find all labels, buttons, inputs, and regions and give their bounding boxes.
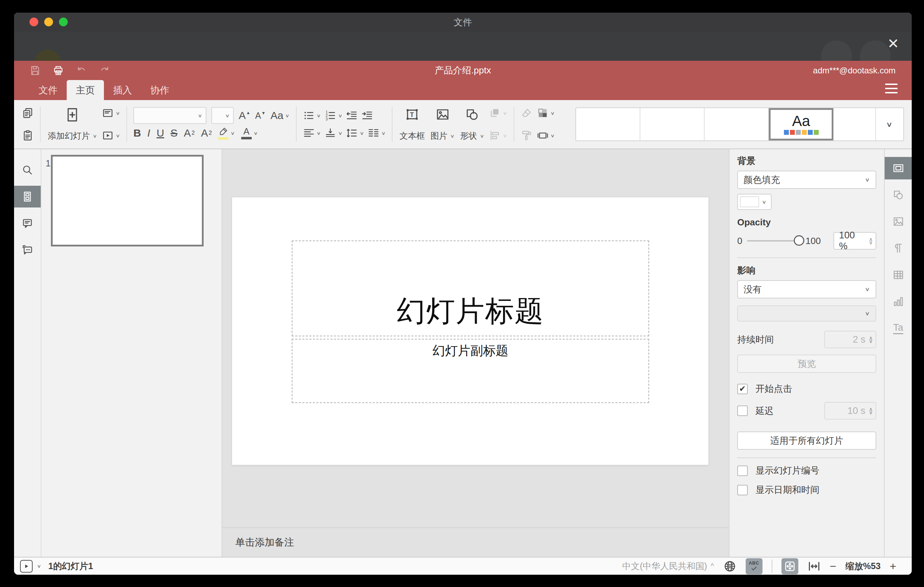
theme-option[interactable] bbox=[640, 108, 705, 140]
tab-collaboration[interactable]: 协作 bbox=[141, 80, 178, 100]
font-color-button[interactable]: A ∨ bbox=[241, 127, 258, 139]
text-box-button[interactable]: T 文本框 bbox=[399, 106, 426, 143]
increase-indent-button[interactable] bbox=[361, 110, 373, 122]
tab-home[interactable]: 主页 bbox=[67, 80, 104, 100]
tab-insert[interactable]: 插入 bbox=[104, 80, 141, 100]
fit-to-slide-button[interactable] bbox=[782, 558, 798, 574]
slide-subtitle-placeholder[interactable]: 幻灯片副标题 bbox=[292, 339, 649, 403]
color-scheme-button[interactable]: ∨ bbox=[537, 107, 555, 119]
start-on-click-checkbox[interactable]: ✔ bbox=[737, 384, 748, 394]
decrease-font-button[interactable]: A▼ bbox=[255, 111, 266, 120]
preview-button[interactable]: 预览 bbox=[737, 355, 876, 373]
chevron-down-icon[interactable]: ∨ bbox=[37, 564, 41, 569]
theme-option[interactable] bbox=[705, 108, 769, 140]
subscript-button[interactable]: A2 bbox=[201, 128, 212, 139]
panel-item-textart-settings[interactable]: Ta bbox=[885, 317, 912, 340]
document-language-button[interactable] bbox=[723, 560, 736, 573]
panel-item-shape-settings[interactable] bbox=[885, 184, 912, 206]
opacity-slider-knob[interactable] bbox=[794, 235, 804, 246]
language-selector[interactable]: 中文(中华人民共和国) ^ bbox=[622, 560, 714, 572]
opacity-spinner[interactable]: 100 % ∧∨ bbox=[833, 232, 876, 250]
panel-item-paragraph-settings[interactable] bbox=[885, 237, 912, 259]
slide-canvas[interactable]: 幻灯片标题 幻灯片副标题 bbox=[232, 197, 708, 465]
panel-item-image-settings[interactable] bbox=[885, 210, 912, 233]
delay-checkbox[interactable] bbox=[737, 406, 748, 416]
hamburger-menu-icon[interactable] bbox=[885, 84, 898, 93]
font-name-select[interactable]: ∨ bbox=[134, 107, 206, 124]
background-fill-select[interactable]: 颜色填充 ∨ bbox=[737, 171, 876, 189]
save-button[interactable] bbox=[30, 65, 41, 76]
change-case-button[interactable]: Aa∨ bbox=[270, 110, 289, 121]
highlight-color-button[interactable]: ∨ bbox=[218, 127, 234, 140]
start-preview-button[interactable] bbox=[20, 560, 33, 572]
delay-row: 延迟 10 s ∧∨ bbox=[737, 402, 876, 420]
spin-down-icon[interactable]: ∨ bbox=[869, 411, 873, 414]
strikethrough-button[interactable]: S bbox=[171, 128, 178, 139]
panel-item-table-settings[interactable] bbox=[885, 264, 912, 286]
clear-style-button[interactable] bbox=[521, 107, 533, 119]
paste-button[interactable] bbox=[22, 130, 34, 142]
zoom-in-button[interactable]: + bbox=[889, 561, 896, 572]
print-button[interactable] bbox=[53, 65, 64, 76]
theme-option[interactable] bbox=[833, 108, 876, 140]
align-shape-icon bbox=[489, 130, 501, 142]
start-slideshow-button[interactable]: ∨ bbox=[102, 130, 120, 142]
image-button[interactable]: 图片∨ bbox=[430, 106, 455, 143]
add-slide-button[interactable]: 添加幻灯片∨ bbox=[47, 106, 97, 143]
increase-font-button[interactable]: A▲ bbox=[239, 110, 250, 121]
shape-button[interactable]: 形状∨ bbox=[460, 106, 485, 143]
spin-down-icon[interactable]: ∨ bbox=[869, 241, 873, 244]
effect-select[interactable]: 没有 ∨ bbox=[737, 280, 876, 298]
vertical-align-button[interactable]: ∨ bbox=[324, 127, 342, 139]
slide-layout-button[interactable]: ∨ bbox=[102, 107, 120, 119]
sidebar-item-comments[interactable] bbox=[14, 213, 41, 234]
traffic-light-minimize[interactable] bbox=[44, 18, 53, 26]
zoom-out-button[interactable]: − bbox=[830, 561, 837, 572]
theme-gallery-expand-button[interactable]: ∨ bbox=[876, 108, 903, 140]
italic-button[interactable]: I bbox=[147, 128, 150, 139]
fit-to-width-button[interactable] bbox=[807, 560, 821, 573]
delay-spinner[interactable]: 10 s ∧∨ bbox=[824, 402, 876, 420]
background-color-picker[interactable]: ∨ bbox=[737, 194, 772, 210]
effect-type-select[interactable]: ∨ bbox=[737, 305, 876, 322]
decrease-indent-button[interactable] bbox=[346, 110, 358, 122]
underline-button[interactable]: U bbox=[157, 128, 164, 139]
align-shape-button[interactable]: ∨ bbox=[489, 130, 507, 142]
copy-style-button[interactable] bbox=[521, 130, 533, 142]
superscript-button[interactable]: A2 bbox=[184, 128, 195, 139]
show-slide-number-checkbox[interactable] bbox=[737, 465, 748, 476]
sidebar-item-search[interactable] bbox=[14, 159, 41, 181]
theme-option[interactable] bbox=[576, 108, 640, 140]
slide-thumbnail[interactable] bbox=[51, 155, 204, 246]
spellcheck-button[interactable]: ABC bbox=[746, 558, 762, 574]
panel-item-slide-settings[interactable] bbox=[885, 157, 912, 180]
traffic-light-zoom[interactable] bbox=[59, 18, 68, 26]
duration-spinner[interactable]: 2 s ∧∨ bbox=[824, 331, 876, 348]
undo-button[interactable] bbox=[76, 65, 87, 76]
slide-size-button[interactable]: ∨ bbox=[537, 130, 555, 142]
line-spacing-button[interactable]: ∨ bbox=[346, 127, 364, 139]
redo-button[interactable] bbox=[99, 65, 110, 76]
font-size-select[interactable]: ∨ bbox=[211, 107, 234, 124]
tab-file[interactable]: 文件 bbox=[30, 80, 67, 100]
columns-button[interactable]: ∨ bbox=[368, 127, 386, 139]
notes-area[interactable]: 单击添加备注 bbox=[222, 527, 729, 557]
bold-button[interactable]: B bbox=[134, 128, 141, 139]
show-date-time-checkbox[interactable] bbox=[737, 485, 748, 495]
copy-button[interactable] bbox=[22, 107, 34, 119]
horizontal-align-button[interactable]: ∨ bbox=[303, 127, 321, 139]
sidebar-item-chat[interactable] bbox=[14, 239, 41, 261]
spin-down-icon[interactable]: ∨ bbox=[869, 340, 873, 343]
sidebar-item-slides[interactable] bbox=[14, 186, 41, 208]
numbered-list-button[interactable]: 123 ∨ bbox=[324, 110, 342, 122]
traffic-light-close[interactable] bbox=[30, 18, 38, 26]
theme-swatch bbox=[802, 130, 807, 135]
panel-item-chart-settings[interactable] bbox=[885, 290, 912, 313]
bullet-list-button[interactable]: ∨ bbox=[303, 110, 321, 122]
close-icon[interactable]: ✕ bbox=[887, 36, 899, 51]
slide-title-placeholder[interactable]: 幻灯片标题 bbox=[292, 241, 649, 336]
apply-to-all-slides-button[interactable]: 适用于所有幻灯片 bbox=[737, 432, 876, 450]
opacity-slider[interactable] bbox=[747, 240, 799, 242]
theme-option-selected[interactable]: Aa bbox=[769, 108, 833, 140]
arrange-shape-button[interactable]: ∨ bbox=[489, 107, 507, 119]
